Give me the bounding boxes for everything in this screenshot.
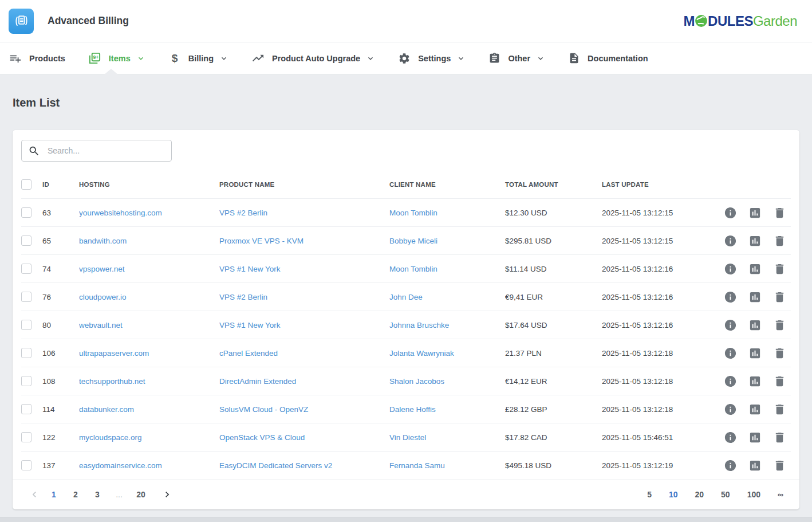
- product-name-link[interactable]: DirectAdmin Extended: [219, 377, 296, 386]
- delete-icon[interactable]: [773, 347, 786, 360]
- row-checkbox[interactable]: [21, 236, 31, 246]
- delete-icon[interactable]: [773, 262, 786, 276]
- nav-item-other[interactable]: Other: [488, 52, 545, 64]
- search-input[interactable]: [46, 146, 165, 156]
- chart-icon[interactable]: [748, 291, 762, 304]
- column-header-total-amount: TOTAL AMOUNT: [505, 171, 602, 199]
- hosting-link[interactable]: bandwith.com: [79, 237, 127, 245]
- row-checkbox[interactable]: [21, 348, 31, 358]
- hosting-link[interactable]: techsupporthub.net: [79, 377, 145, 386]
- chevron-down-icon: [536, 54, 545, 63]
- nav-item-items[interactable]: 9+Items: [88, 52, 145, 65]
- chart-icon[interactable]: [748, 459, 762, 472]
- chart-icon[interactable]: [748, 262, 762, 276]
- product-name-link[interactable]: OpenStack VPS & Cloud: [219, 433, 305, 442]
- row-checkbox[interactable]: [21, 292, 31, 302]
- hosting-link[interactable]: cloudpower.io: [79, 293, 127, 301]
- product-name-link[interactable]: SolusVM Cloud - OpenVZ: [219, 405, 308, 414]
- client-name-link[interactable]: Johnna Bruschke: [389, 321, 449, 329]
- hosting-link[interactable]: ultrapapaserver.com: [79, 349, 149, 358]
- info-icon[interactable]: [724, 234, 737, 248]
- nav-item-documentation[interactable]: Documentation: [568, 52, 648, 64]
- brand-m: M: [684, 13, 695, 29]
- nav-item-products[interactable]: Products: [9, 52, 65, 65]
- product-name-link[interactable]: VPS #1 New York: [219, 321, 281, 329]
- page-size-20[interactable]: 20: [695, 490, 704, 499]
- row-checkbox[interactable]: [21, 432, 31, 442]
- chart-icon[interactable]: [748, 234, 762, 248]
- product-name-link[interactable]: cPanel Extended: [219, 349, 278, 358]
- pagination-page-20[interactable]: 20: [136, 490, 145, 499]
- chart-icon[interactable]: [748, 206, 762, 219]
- delete-icon[interactable]: [773, 403, 786, 416]
- product-name-link[interactable]: EasyDCIM Dedicated Servers v2: [219, 461, 332, 470]
- pagination-page-3[interactable]: 3: [93, 490, 102, 499]
- pagination-page-2[interactable]: 2: [71, 490, 80, 499]
- client-name-link[interactable]: Vin Diestel: [389, 433, 426, 442]
- info-icon[interactable]: [724, 262, 737, 276]
- table-row: 122mycloudspace.orgOpenStack VPS & Cloud…: [21, 423, 791, 452]
- info-icon[interactable]: [724, 375, 737, 388]
- chart-icon[interactable]: [748, 347, 762, 360]
- delete-icon[interactable]: [773, 459, 786, 472]
- client-name-link[interactable]: Dalene Hoffis: [389, 405, 436, 414]
- hosting-link[interactable]: databunker.com: [79, 405, 134, 414]
- client-name-link[interactable]: Moon Tomblin: [389, 265, 437, 273]
- info-icon[interactable]: [724, 319, 737, 332]
- cell-total-amount: $295.81 USD: [505, 227, 602, 255]
- page-size-5[interactable]: 5: [647, 490, 652, 499]
- delete-icon[interactable]: [773, 319, 786, 332]
- svg-text:9+: 9+: [93, 54, 98, 60]
- nav-item-billing[interactable]: $Billing: [168, 52, 228, 65]
- hosting-link[interactable]: vpspower.net: [79, 265, 125, 273]
- row-checkbox[interactable]: [21, 264, 31, 274]
- delete-icon[interactable]: [773, 291, 786, 304]
- hosting-link[interactable]: mycloudspace.org: [79, 433, 142, 442]
- row-checkbox[interactable]: [21, 320, 31, 330]
- row-checkbox[interactable]: [21, 404, 31, 414]
- delete-icon[interactable]: [773, 375, 786, 388]
- nav-item-product-auto-upgrade[interactable]: Product Auto Upgrade: [251, 52, 375, 65]
- hosting-link[interactable]: webvault.net: [79, 321, 123, 329]
- chart-icon[interactable]: [748, 319, 762, 332]
- cell-last-update: 2025-11-05 13:12:16: [602, 311, 716, 339]
- product-name-link[interactable]: VPS #2 Berlin: [219, 293, 267, 301]
- client-name-link[interactable]: Jolanta Wawryniak: [389, 349, 454, 358]
- info-icon[interactable]: [724, 347, 737, 360]
- chevron-right-icon[interactable]: [161, 489, 173, 500]
- chart-icon[interactable]: [748, 431, 762, 444]
- client-name-link[interactable]: Moon Tomblin: [389, 209, 437, 217]
- hosting-link[interactable]: yourwebsitehosting.com: [79, 209, 162, 217]
- chart-icon[interactable]: [748, 375, 762, 388]
- row-checkbox[interactable]: [21, 207, 31, 218]
- chart-icon[interactable]: [748, 403, 762, 416]
- product-name-link[interactable]: Proxmox VE VPS - KVM: [219, 237, 303, 245]
- hosting-link[interactable]: easydomainservice.com: [79, 461, 162, 470]
- main-nav: Products9+Items$BillingProduct Auto Upgr…: [0, 42, 812, 74]
- info-icon[interactable]: [724, 291, 737, 304]
- pagination-page-1[interactable]: 1: [49, 490, 58, 499]
- items-table: IDHOSTINGPRODUCT NAMECLIENT NAMETOTAL AM…: [21, 171, 791, 480]
- product-name-link[interactable]: VPS #1 New York: [219, 265, 281, 273]
- info-icon[interactable]: [724, 206, 737, 219]
- page-size-50[interactable]: 50: [721, 490, 730, 499]
- row-checkbox[interactable]: [21, 376, 31, 386]
- product-name-link[interactable]: VPS #2 Berlin: [219, 209, 267, 217]
- select-all-checkbox[interactable]: [21, 179, 31, 190]
- delete-icon[interactable]: [773, 234, 786, 248]
- delete-icon[interactable]: [773, 431, 786, 444]
- page-size-all[interactable]: ∞: [778, 490, 783, 499]
- row-checkbox[interactable]: [21, 460, 31, 470]
- info-icon[interactable]: [724, 459, 737, 472]
- page-size-100[interactable]: 100: [747, 490, 760, 499]
- client-name-link[interactable]: Shalon Jacobos: [389, 377, 444, 386]
- delete-icon[interactable]: [773, 206, 786, 219]
- info-icon[interactable]: [724, 403, 737, 416]
- info-icon[interactable]: [724, 431, 737, 444]
- client-name-link[interactable]: John Dee: [389, 293, 423, 301]
- page-size-10[interactable]: 10: [669, 490, 678, 499]
- nav-item-settings[interactable]: Settings: [398, 52, 466, 65]
- client-name-link[interactable]: Bobbye Miceli: [389, 237, 437, 245]
- search-box[interactable]: [21, 140, 172, 162]
- client-name-link[interactable]: Fernanda Samu: [389, 461, 445, 470]
